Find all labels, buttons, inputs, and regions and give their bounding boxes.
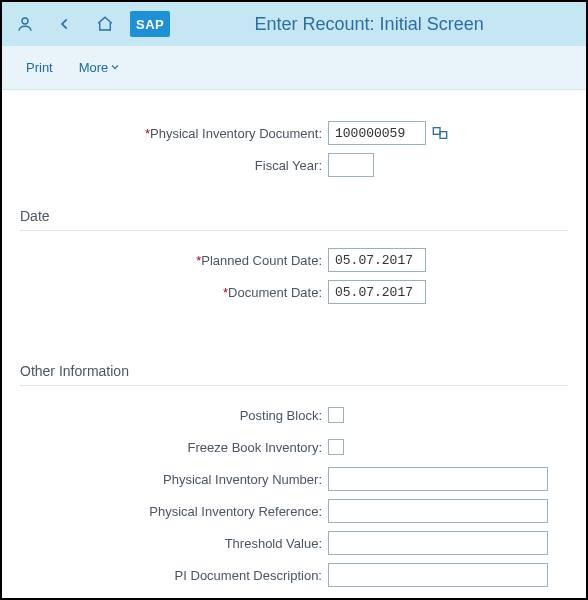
row-freeze: Freeze Book Inventory:	[20, 432, 568, 462]
label-doc-date: *Document Date:	[20, 285, 328, 300]
content-area: *Physical Inventory Document: Fiscal Yea…	[2, 90, 586, 590]
chevron-down-icon	[110, 60, 120, 75]
row-pid: *Physical Inventory Document:	[20, 118, 568, 148]
user-icon[interactable]	[10, 9, 40, 39]
physical-inventory-number-input[interactable]	[328, 467, 548, 491]
sap-logo: SAP	[130, 11, 170, 37]
more-label: More	[79, 60, 109, 75]
app-header: SAP Enter Recount: Initial Screen	[2, 2, 586, 46]
row-posting-block: Posting Block:	[20, 400, 568, 430]
divider	[20, 385, 568, 386]
section-date-heading: Date	[20, 208, 568, 224]
home-icon[interactable]	[90, 9, 120, 39]
row-fy: Fiscal Year:	[20, 150, 568, 180]
svg-rect-2	[440, 132, 447, 139]
label-posting-block: Posting Block:	[20, 408, 328, 423]
label-desc: PI Document Description:	[20, 568, 328, 583]
document-date-input[interactable]	[328, 280, 426, 304]
row-planned-date: *Planned Count Date:	[20, 245, 568, 275]
row-pin: Physical Inventory Number:	[20, 464, 568, 494]
section-other-heading: Other Information	[20, 363, 568, 379]
label-planned-date: *Planned Count Date:	[20, 253, 328, 268]
more-menu[interactable]: More	[79, 60, 121, 75]
page-title: Enter Recount: Initial Screen	[180, 14, 578, 35]
physical-inventory-document-input[interactable]	[328, 121, 426, 145]
label-fy: Fiscal Year:	[20, 158, 328, 173]
threshold-value-input[interactable]	[328, 531, 548, 555]
row-threshold: Threshold Value:	[20, 528, 568, 558]
toolbar: Print More	[2, 46, 586, 90]
pi-document-description-input[interactable]	[328, 563, 548, 587]
freeze-book-checkbox[interactable]	[328, 439, 344, 455]
row-desc: PI Document Description:	[20, 560, 568, 590]
row-doc-date: *Document Date:	[20, 277, 568, 307]
svg-rect-1	[433, 128, 440, 135]
divider	[20, 230, 568, 231]
physical-inventory-reference-input[interactable]	[328, 499, 548, 523]
planned-count-date-input[interactable]	[328, 248, 426, 272]
back-icon[interactable]	[50, 9, 80, 39]
label-freeze: Freeze Book Inventory:	[20, 440, 328, 455]
fiscal-year-input[interactable]	[328, 153, 374, 177]
search-help-icon[interactable]	[432, 126, 448, 140]
print-button[interactable]: Print	[26, 60, 53, 75]
svg-point-0	[22, 18, 28, 24]
row-pir: Physical Inventory Reference:	[20, 496, 568, 526]
posting-block-checkbox[interactable]	[328, 407, 344, 423]
label-pir: Physical Inventory Reference:	[20, 504, 328, 519]
label-pin: Physical Inventory Number:	[20, 472, 328, 487]
label-threshold: Threshold Value:	[20, 536, 328, 551]
label-pid: *Physical Inventory Document:	[20, 126, 328, 141]
